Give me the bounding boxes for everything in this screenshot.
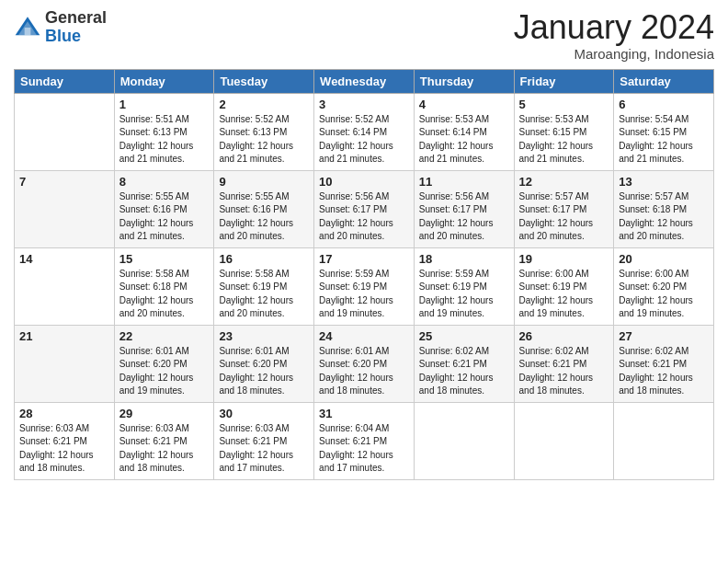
day-number: 21	[19, 329, 109, 343]
table-row: 1Sunrise: 5:51 AM Sunset: 6:13 PM Daylig…	[114, 93, 214, 170]
table-row: 25Sunrise: 6:02 AM Sunset: 6:21 PM Dayli…	[414, 325, 514, 402]
day-number: 24	[319, 329, 409, 343]
day-info: Sunrise: 6:03 AM Sunset: 6:21 PM Dayligh…	[219, 422, 309, 476]
table-row: 9Sunrise: 5:55 AM Sunset: 6:16 PM Daylig…	[214, 170, 314, 247]
table-row: 26Sunrise: 6:02 AM Sunset: 6:21 PM Dayli…	[514, 325, 614, 402]
day-number: 11	[419, 175, 509, 189]
day-number: 5	[519, 98, 609, 111]
day-number: 31	[319, 407, 409, 420]
day-number: 25	[419, 329, 509, 343]
location-title: Maroanging, Indonesia	[514, 46, 714, 62]
calendar-header-row: Sunday Monday Tuesday Wednesday Thursday…	[15, 69, 714, 93]
col-tuesday: Tuesday	[214, 69, 314, 93]
col-thursday: Thursday	[414, 69, 514, 93]
day-info: Sunrise: 5:52 AM Sunset: 6:14 PM Dayligh…	[319, 113, 409, 167]
col-friday: Friday	[514, 69, 614, 93]
table-row: 19Sunrise: 6:00 AM Sunset: 6:19 PM Dayli…	[514, 247, 614, 325]
table-row: 16Sunrise: 5:58 AM Sunset: 6:19 PM Dayli…	[214, 247, 314, 325]
table-row: 3Sunrise: 5:52 AM Sunset: 6:14 PM Daylig…	[314, 93, 415, 170]
table-row: 13Sunrise: 5:57 AM Sunset: 6:18 PM Dayli…	[614, 170, 714, 247]
day-number: 30	[219, 407, 309, 420]
table-row: 21	[15, 325, 115, 402]
table-row: 2Sunrise: 5:52 AM Sunset: 6:13 PM Daylig…	[214, 93, 314, 170]
day-info: Sunrise: 5:53 AM Sunset: 6:15 PM Dayligh…	[519, 113, 609, 167]
day-info: Sunrise: 6:02 AM Sunset: 6:21 PM Dayligh…	[619, 345, 709, 398]
day-info: Sunrise: 5:51 AM Sunset: 6:13 PM Dayligh…	[119, 113, 210, 167]
table-row: 6Sunrise: 5:54 AM Sunset: 6:15 PM Daylig…	[614, 93, 714, 170]
day-info: Sunrise: 5:53 AM Sunset: 6:14 PM Dayligh…	[419, 113, 509, 167]
day-info: Sunrise: 5:55 AM Sunset: 6:16 PM Dayligh…	[219, 190, 309, 244]
title-area: January 2024 Maroanging, Indonesia	[514, 9, 714, 62]
day-number: 10	[319, 175, 409, 189]
day-number: 14	[19, 252, 109, 266]
day-number: 13	[619, 175, 709, 189]
col-saturday: Saturday	[614, 69, 714, 93]
table-row: 5Sunrise: 5:53 AM Sunset: 6:15 PM Daylig…	[514, 93, 614, 170]
table-row: 11Sunrise: 5:56 AM Sunset: 6:17 PM Dayli…	[414, 170, 514, 247]
day-number: 7	[19, 175, 109, 189]
table-row: 30Sunrise: 6:03 AM Sunset: 6:21 PM Dayli…	[214, 402, 314, 479]
day-info: Sunrise: 6:02 AM Sunset: 6:21 PM Dayligh…	[519, 345, 609, 398]
table-row: 28Sunrise: 6:03 AM Sunset: 6:21 PM Dayli…	[15, 402, 115, 479]
table-row: 8Sunrise: 5:55 AM Sunset: 6:16 PM Daylig…	[114, 170, 214, 247]
table-row: 23Sunrise: 6:01 AM Sunset: 6:20 PM Dayli…	[214, 325, 314, 402]
table-row: 17Sunrise: 5:59 AM Sunset: 6:19 PM Dayli…	[314, 247, 415, 325]
table-row	[614, 402, 714, 479]
table-row	[514, 402, 614, 479]
table-row: 31Sunrise: 6:04 AM Sunset: 6:21 PM Dayli…	[314, 402, 415, 479]
day-number: 28	[19, 407, 109, 420]
header: General Blue January 2024 Maroanging, In…	[14, 9, 714, 62]
page: General Blue January 2024 Maroanging, In…	[0, 0, 728, 563]
day-info: Sunrise: 5:55 AM Sunset: 6:16 PM Dayligh…	[119, 190, 210, 244]
day-number: 20	[619, 252, 709, 266]
table-row: 20Sunrise: 6:00 AM Sunset: 6:20 PM Dayli…	[614, 247, 714, 325]
day-info: Sunrise: 6:01 AM Sunset: 6:20 PM Dayligh…	[319, 345, 409, 398]
day-number: 15	[119, 252, 210, 266]
calendar-week-row: 2122Sunrise: 6:01 AM Sunset: 6:20 PM Day…	[15, 325, 714, 402]
table-row: 27Sunrise: 6:02 AM Sunset: 6:21 PM Dayli…	[614, 325, 714, 402]
logo-icon	[14, 14, 41, 41]
table-row: 14	[15, 247, 115, 325]
calendar-week-row: 78Sunrise: 5:55 AM Sunset: 6:16 PM Dayli…	[15, 170, 714, 247]
calendar-week-row: 1415Sunrise: 5:58 AM Sunset: 6:18 PM Day…	[15, 247, 714, 325]
day-info: Sunrise: 5:56 AM Sunset: 6:17 PM Dayligh…	[319, 190, 409, 244]
day-number: 6	[619, 98, 709, 111]
table-row: 4Sunrise: 5:53 AM Sunset: 6:14 PM Daylig…	[414, 93, 514, 170]
day-info: Sunrise: 5:58 AM Sunset: 6:18 PM Dayligh…	[119, 268, 210, 321]
col-sunday: Sunday	[15, 69, 115, 93]
table-row	[15, 93, 115, 170]
day-number: 12	[519, 175, 609, 189]
table-row: 18Sunrise: 5:59 AM Sunset: 6:19 PM Dayli…	[414, 247, 514, 325]
logo-area: General Blue	[14, 9, 107, 46]
day-number: 16	[219, 252, 309, 266]
day-info: Sunrise: 5:57 AM Sunset: 6:18 PM Dayligh…	[619, 190, 709, 244]
calendar-week-row: 1Sunrise: 5:51 AM Sunset: 6:13 PM Daylig…	[15, 93, 714, 170]
svg-rect-2	[25, 28, 31, 35]
day-info: Sunrise: 6:01 AM Sunset: 6:20 PM Dayligh…	[219, 345, 309, 398]
col-monday: Monday	[114, 69, 214, 93]
day-info: Sunrise: 5:52 AM Sunset: 6:13 PM Dayligh…	[219, 113, 309, 167]
table-row: 7	[15, 170, 115, 247]
day-number: 26	[519, 329, 609, 343]
month-title: January 2024	[514, 9, 714, 46]
day-number: 23	[219, 329, 309, 343]
day-number: 22	[119, 329, 210, 343]
day-number: 29	[119, 407, 210, 420]
table-row: 12Sunrise: 5:57 AM Sunset: 6:17 PM Dayli…	[514, 170, 614, 247]
day-number: 19	[519, 252, 609, 266]
table-row: 24Sunrise: 6:01 AM Sunset: 6:20 PM Dayli…	[314, 325, 415, 402]
day-info: Sunrise: 6:04 AM Sunset: 6:21 PM Dayligh…	[319, 422, 409, 476]
day-info: Sunrise: 5:57 AM Sunset: 6:17 PM Dayligh…	[519, 190, 609, 244]
day-info: Sunrise: 5:56 AM Sunset: 6:17 PM Dayligh…	[419, 190, 509, 244]
day-number: 17	[319, 252, 409, 266]
logo-general: General	[45, 9, 107, 28]
table-row: 29Sunrise: 6:03 AM Sunset: 6:21 PM Dayli…	[114, 402, 214, 479]
day-number: 3	[319, 98, 409, 111]
table-row	[414, 402, 514, 479]
table-row: 15Sunrise: 5:58 AM Sunset: 6:18 PM Dayli…	[114, 247, 214, 325]
table-row: 10Sunrise: 5:56 AM Sunset: 6:17 PM Dayli…	[314, 170, 415, 247]
day-number: 8	[119, 175, 210, 189]
day-info: Sunrise: 5:59 AM Sunset: 6:19 PM Dayligh…	[419, 268, 509, 321]
logo-blue: Blue	[45, 28, 107, 46]
day-info: Sunrise: 5:54 AM Sunset: 6:15 PM Dayligh…	[619, 113, 709, 167]
